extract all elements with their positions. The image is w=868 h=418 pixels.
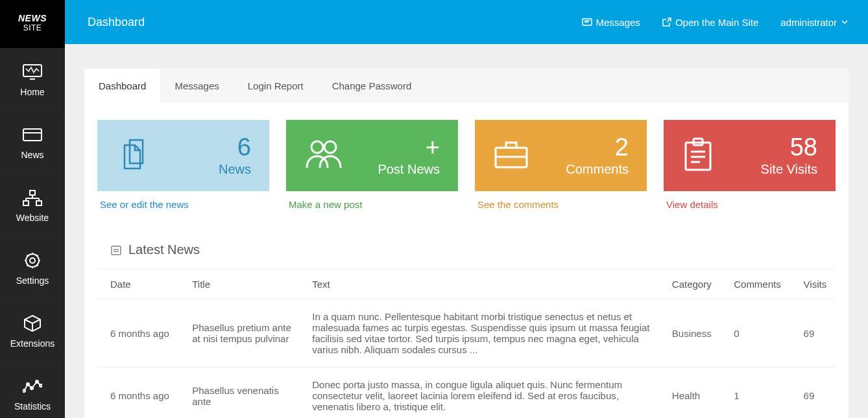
stat-link[interactable]: Make a new post <box>286 191 458 213</box>
svg-rect-4 <box>36 201 42 205</box>
top-user-menu[interactable]: administrator <box>780 17 849 28</box>
stat-post-news: + Post News Make a new post <box>286 120 458 213</box>
tab-messages[interactable]: Messages <box>160 69 233 103</box>
svg-rect-2 <box>30 191 35 195</box>
stat-label: Comments <box>566 162 629 177</box>
stat-value: 58 <box>761 135 817 159</box>
nav-label: Extensions <box>10 338 54 349</box>
col-comments: Comments <box>721 270 790 299</box>
cell-visits: 69 <box>791 299 836 367</box>
nav-item-statistics[interactable]: Statistics <box>0 362 65 418</box>
card-icon <box>0 125 65 145</box>
chart-icon <box>0 377 65 396</box>
external-link-icon <box>662 17 671 27</box>
list-icon <box>110 244 122 256</box>
svg-point-16 <box>324 141 336 153</box>
logo: NEWS SITE <box>0 0 65 48</box>
cell-comments: 1 <box>721 367 790 419</box>
svg-point-6 <box>30 258 35 263</box>
monitor-icon <box>0 62 65 82</box>
cell-title: Phasellus venenatis ante <box>179 367 299 419</box>
cell-comments: 0 <box>721 299 790 367</box>
nav-item-website[interactable]: Website <box>0 174 65 237</box>
top-mainsite-label: Open the Main Site <box>675 17 758 28</box>
nav-item-settings[interactable]: Settings <box>0 237 65 299</box>
cell-text: Donec porta justo massa, in congue ligul… <box>299 367 659 419</box>
page-title: Dashboard <box>88 16 145 29</box>
cell-text: In a quam nunc. Pellentesque habitant mo… <box>299 299 659 367</box>
latest-news-table: Date Title Text Category Comments Visits… <box>97 269 836 418</box>
table-header-row: Date Title Text Category Comments Visits <box>97 270 836 299</box>
tab-change-password[interactable]: Change Password <box>318 69 426 103</box>
logo-bottom: SITE <box>0 23 65 32</box>
top-mainsite-link[interactable]: Open the Main Site <box>662 17 758 28</box>
stat-label: News <box>219 162 251 177</box>
svg-rect-20 <box>112 246 121 255</box>
stat-value: 2 <box>566 135 629 159</box>
table-row[interactable]: 6 months ago Phasellus pretium ante at n… <box>97 299 836 367</box>
section-title-label: Latest News <box>128 242 200 257</box>
stat-news: 6 News See or edit the news <box>97 120 269 213</box>
cell-category: Business <box>659 299 721 367</box>
nav-label: News <box>21 150 43 160</box>
tab-login-report[interactable]: Login Report <box>234 69 318 103</box>
nav-label: Website <box>16 213 49 223</box>
stat-box[interactable]: + Post News <box>286 120 458 191</box>
stat-link[interactable]: See the comments <box>475 191 647 213</box>
tab-dashboard[interactable]: Dashboard <box>84 69 160 103</box>
nav-label: Statistics <box>14 401 51 412</box>
cell-visits: 69 <box>791 367 836 419</box>
table-row[interactable]: 6 months ago Phasellus venenatis ante Do… <box>97 367 836 419</box>
sidebar: NEWS SITE Home News Website Settin <box>0 0 65 418</box>
top-messages-label: Messages <box>596 17 640 28</box>
sitemap-icon <box>0 188 65 207</box>
topbar: Dashboard Messages Open the Main Site ad… <box>65 0 868 44</box>
stat-label: Site Visits <box>761 162 817 177</box>
stats-row: 6 News See or edit the news <box>97 120 836 213</box>
stat-box[interactable]: 2 Comments <box>475 120 647 191</box>
content-area: Dashboard Messages Login Report Change P… <box>65 44 868 418</box>
nav-item-extensions[interactable]: Extensions <box>0 299 65 362</box>
stat-box[interactable]: 58 Site Visits <box>664 120 836 191</box>
cell-date: 6 months ago <box>97 367 179 419</box>
cell-title: Phasellus pretium ante at nisi tempus pu… <box>179 299 299 367</box>
main: Dashboard Messages Open the Main Site ad… <box>65 0 868 418</box>
pages-icon <box>115 136 152 175</box>
users-icon <box>304 138 343 173</box>
col-date: Date <box>97 270 179 299</box>
top-messages-link[interactable]: Messages <box>582 17 640 28</box>
nav-item-home[interactable]: Home <box>0 48 65 111</box>
cell-date: 6 months ago <box>97 299 179 367</box>
top-user-label: administrator <box>780 17 837 28</box>
nav-label: Home <box>20 87 44 97</box>
nav-item-news[interactable]: News <box>0 111 65 174</box>
stat-comments: 2 Comments See the comments <box>475 120 647 213</box>
gear-icon <box>0 251 65 270</box>
chevron-down-icon <box>841 19 849 25</box>
stat-link[interactable]: See or edit the news <box>97 191 269 213</box>
briefcase-icon <box>493 139 529 172</box>
col-title: Title <box>179 270 299 299</box>
tab-bar: Dashboard Messages Login Report Change P… <box>84 69 849 103</box>
col-visits: Visits <box>791 270 836 299</box>
stat-value: + <box>378 135 440 159</box>
clipboard-icon <box>682 136 714 175</box>
nav-label: Settings <box>16 275 49 286</box>
logo-top: NEWS <box>0 13 65 23</box>
stat-value: 6 <box>219 135 251 159</box>
col-category: Category <box>659 270 721 299</box>
svg-rect-1 <box>23 129 42 141</box>
tab-content: 6 News See or edit the news <box>84 103 849 418</box>
stat-site-visits: 58 Site Visits View details <box>664 120 836 213</box>
svg-point-15 <box>311 141 323 153</box>
cube-icon <box>0 314 65 333</box>
col-text: Text <box>299 270 659 299</box>
stat-label: Post News <box>378 162 440 177</box>
section-latest-news-title: Latest News <box>110 242 836 257</box>
message-icon <box>582 18 592 26</box>
cell-category: Health <box>659 367 721 419</box>
stat-link[interactable]: View details <box>664 191 836 213</box>
svg-rect-3 <box>23 201 29 205</box>
stat-box[interactable]: 6 News <box>97 120 269 191</box>
